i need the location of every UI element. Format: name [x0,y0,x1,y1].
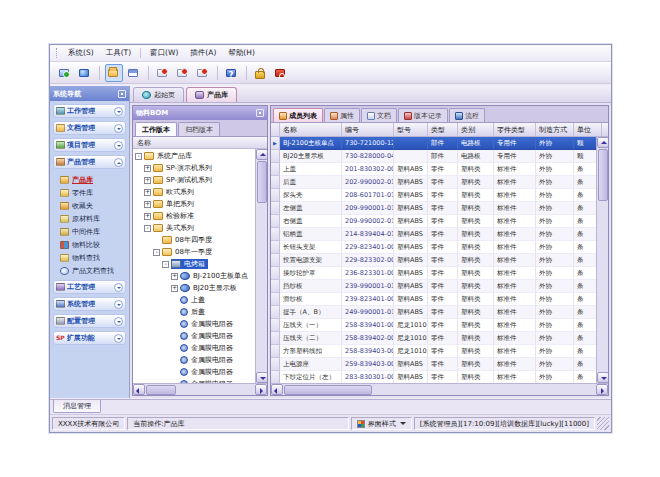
expand-plus-icon[interactable]: + [144,213,151,220]
table-row[interactable]: 方形塑料线扣258-839403-00X尼龙1010零件塑料类标准件外协条 [271,345,608,358]
chevron-down-icon[interactable] [114,107,123,116]
chevron-down-icon[interactable] [114,300,123,309]
table-row[interactable]: 铝柄盖214-839404-01X塑料ABS零件塑料类标准件外协条 [271,228,608,241]
expand-plus-icon[interactable]: + [171,273,178,280]
column-header-0[interactable]: 名称 [280,123,342,136]
expand-plus-icon[interactable]: + [171,285,178,292]
doc-tab-0[interactable]: 起始页 [133,87,184,102]
help-button[interactable] [223,64,241,82]
table-row[interactable]: 左侧盖209-990001-01X塑料ABS零件塑料类标准件外协条 [271,202,608,215]
member-tab-4[interactable]: 流程 [449,108,485,122]
layout-button[interactable] [125,64,143,82]
grid-vertical-scrollbar[interactable] [596,137,608,383]
sidebar-item-2[interactable]: 收藏夹 [60,199,126,212]
tree-node[interactable]: +BJ-2100主板单点 [133,270,267,282]
doc-delete-button[interactable] [194,64,212,82]
table-row[interactable]: 滑纱板239-823401-00X塑料ABS零件塑料类标准件外协条 [271,293,608,306]
expand-plus-icon[interactable]: + [144,201,151,208]
member-tab-2[interactable]: 文档 [361,108,397,122]
scroll-left-icon[interactable] [271,384,283,395]
table-row[interactable]: 压线夹（一）258-839401-00X尼龙1010零件塑料类标准件外协条 [271,319,608,332]
table-row[interactable]: 后盖202-990002-01X塑料ABS零件塑料类标准件外协条 [271,176,608,189]
tree-node[interactable]: +检验标准 [133,210,267,222]
table-row[interactable]: 挡纱板239-990001-01X塑料ABS零件塑料类标准件外协条 [271,280,608,293]
sidebar-section-5[interactable]: 系统管理 [53,297,126,311]
scrollbar-thumb[interactable] [598,149,608,201]
table-row[interactable]: 压线夹（二）258-839402-00X尼龙1010零件塑料类标准件外协条 [271,332,608,345]
tree-node[interactable]: +BJ20主显示板 [133,282,267,294]
chevron-down-icon[interactable] [114,317,123,326]
sidebar-item-6[interactable]: 物料查找 [60,251,126,264]
table-row[interactable]: 提手（A、B）249-990001-01X塑料ABS零件塑料类标准件外协条 [271,306,608,319]
tree-node[interactable]: -08年一季度 [133,246,267,258]
table-row[interactable]: 右侧盖209-990002-01X塑料ABS零件塑料类标准件外协条 [271,215,608,228]
scroll-down-icon[interactable] [256,372,268,383]
tree-node[interactable]: 金属膜电阻器 [133,318,267,330]
collapse-minus-icon[interactable]: - [135,153,142,160]
sidebar-section-3[interactable]: 产品管理 [53,155,126,169]
column-header-4[interactable]: 类别 [458,123,494,136]
member-tab-0[interactable]: 成员列表 [273,108,323,122]
table-row[interactable]: 探头壳208-601701-01X塑料ABS零件塑料类标准件外协条 [271,189,608,202]
chevron-down-icon[interactable] [114,141,123,150]
sidebar-item-7[interactable]: 产品文档查找 [60,264,126,277]
sidebar-item-1[interactable]: 零件库 [60,186,126,199]
sidebar-section-4[interactable]: 工艺管理 [53,280,126,294]
sidebar-section-6[interactable]: 配置管理 [53,314,126,328]
menu-item-4[interactable]: 帮助(H) [222,46,261,60]
sidebar-section-0[interactable]: 工作管理 [53,104,126,118]
sidebar-item-5[interactable]: 物料比较 [60,238,126,251]
version-tab-1[interactable]: 归档版本 [178,122,220,136]
scroll-up-icon[interactable] [597,137,609,148]
collapse-minus-icon[interactable]: - [162,261,169,268]
sidebar-item-3[interactable]: 原材料库 [60,212,126,225]
chevron-down-icon[interactable] [114,283,123,292]
table-row[interactable]: BJ20主显示板730-828000-04X部件电路板专用件外协颗 [271,150,608,163]
tree-node[interactable]: +SP-演示机系列 [133,162,267,174]
globe-button[interactable] [76,64,94,82]
tree-node[interactable]: +欧式系列 [133,186,267,198]
tree-node[interactable]: 上盖 [133,294,267,306]
tree-node[interactable]: -美式系列 [133,222,267,234]
table-row[interactable]: 下纱定位片（左）283-830301-00X塑料ABS零件塑料类标准件外协条 [271,371,608,383]
scroll-right-icon[interactable] [255,384,267,395]
scroll-right-icon[interactable] [596,384,608,395]
tree-vertical-scrollbar[interactable] [255,149,267,383]
expand-plus-icon[interactable]: + [144,189,151,196]
sidebar-item-0[interactable]: 产品库 [60,173,126,186]
scroll-down-icon[interactable] [597,372,609,383]
doc-tab-1[interactable]: 产品库 [186,87,237,102]
sidebar-section-7[interactable]: SP扩展功能 [53,331,126,345]
scroll-left-icon[interactable] [133,384,145,395]
menu-item-2[interactable]: 窗口(W) [144,46,184,60]
column-header-3[interactable]: 类型 [428,123,458,136]
member-tab-3[interactable]: 版本记录 [398,108,448,122]
sidebar-section-1[interactable]: 文档管理 [53,121,126,135]
collapse-minus-icon[interactable]: - [144,225,151,232]
menu-item-1[interactable]: 工具(T) [100,46,137,60]
tree-node[interactable]: +单把系列 [133,198,267,210]
doc-new-button[interactable] [154,64,172,82]
lock-button[interactable] [252,64,270,82]
table-row[interactable]: 上盖201-830302-00X塑料ABS零件塑料类标准件外协条 [271,163,608,176]
menubar-grip[interactable] [56,48,59,58]
scrollbar-thumb[interactable] [257,161,267,203]
tree-node[interactable]: -系统产品库 [133,150,267,162]
chevron-down-icon[interactable] [114,124,123,133]
expand-plus-icon[interactable]: + [144,177,151,184]
pin-icon[interactable] [256,109,264,117]
column-header-1[interactable]: 编号 [342,123,394,136]
sidebar-section-2[interactable]: 项目管理 [53,138,126,152]
tree-node[interactable]: 08年四季度 [133,234,267,246]
tree-horizontal-scrollbar[interactable] [133,383,267,395]
tree-node[interactable]: 金属膜电阻器 [133,354,267,366]
menu-item-0[interactable]: 系统(S) [62,46,100,60]
tree-node[interactable]: 后盖 [133,306,267,318]
column-header-6[interactable]: 制造方式 [536,123,574,136]
tree-node[interactable]: 金属膜电阻器 [133,378,267,383]
table-row[interactable]: ▶BJ-2100主板单点730-721000-12X部件电路板专用件外协颗 [271,137,608,150]
tree-node[interactable]: 金属膜电阻器 [133,330,267,342]
tree-node[interactable]: 金属膜电阻器 [133,342,267,354]
chevron-down-icon[interactable] [114,334,123,343]
table-row[interactable]: 长钮头支架229-823401-00X塑料ABS零件塑料类标准件外协条 [271,241,608,254]
